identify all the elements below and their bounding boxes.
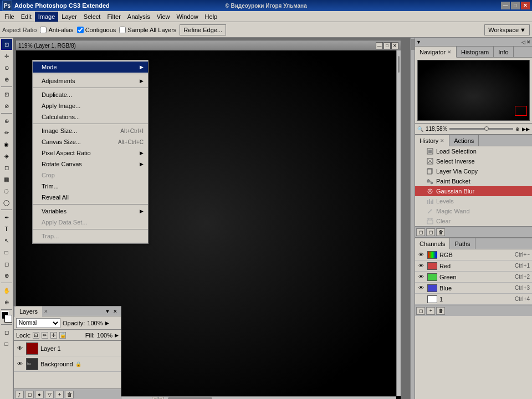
tool-quick-mask[interactable]: ◻ [1, 326, 12, 337]
tool-stamp[interactable]: ◉ [1, 139, 12, 150]
channels-new-btn[interactable]: ＋ [426, 307, 435, 315]
tool-lasso[interactable]: ⊙ [1, 62, 12, 73]
tool-dodge[interactable]: ◯ [1, 197, 12, 208]
lock-transparent-btn[interactable]: ⊡ [33, 332, 39, 339]
menu-view[interactable]: View [154, 12, 173, 22]
layers-panel-menu-btn[interactable]: ▼ [104, 308, 111, 315]
menu-item-rotate-canvas[interactable]: Rotate Canvas ▶ [33, 158, 148, 170]
tool-crop[interactable]: ⊡ [1, 89, 12, 100]
tool-screen-mode[interactable]: □ [1, 338, 12, 349]
panel-close-icon[interactable]: ✕ [526, 39, 531, 45]
panel-menu-arrow[interactable]: ▼ [416, 39, 421, 45]
blend-mode-select[interactable]: Normal Multiply Screen [16, 318, 60, 328]
menu-select[interactable]: Select [80, 12, 104, 22]
menu-item-pixel-aspect[interactable]: Pixel Aspect Ratio ▶ [33, 147, 148, 158]
delete-layer-btn[interactable]: 🗑 [65, 391, 74, 398]
zoom-slider[interactable] [449, 128, 513, 130]
menu-item-trim[interactable]: Trim... [33, 181, 148, 192]
tool-marquee[interactable]: ⊡ [1, 39, 12, 50]
layer-item-background[interactable]: 👁 bg Background 🔒 [14, 356, 121, 372]
channel-blue[interactable]: 👁 Blue Ctrl+3 [415, 283, 532, 294]
tab-channels[interactable]: Channels [415, 238, 450, 249]
background-color[interactable] [4, 315, 12, 323]
menu-item-variables[interactable]: Variables ▶ [33, 206, 148, 217]
green-eye[interactable]: 👁 [417, 274, 425, 280]
menu-analysis[interactable]: Analysis [124, 12, 154, 22]
menu-item-duplicate[interactable]: Duplicate... [33, 89, 148, 100]
history-item-paint-bucket[interactable]: Paint Bucket [415, 176, 532, 186]
lock-position-btn[interactable]: ✛ [50, 332, 57, 339]
tool-note[interactable]: ◻ [1, 258, 12, 269]
tool-hand[interactable]: ✋ [1, 285, 12, 296]
tool-history-brush[interactable]: ◈ [1, 150, 12, 161]
tool-pen[interactable]: ✒ [1, 212, 12, 223]
layer-item-layer1[interactable]: 👁 Layer 1 [14, 341, 121, 356]
history-item-select-inverse[interactable]: Select Inverse [415, 156, 532, 166]
refine-edge-button[interactable]: Refine Edge... [180, 24, 226, 35]
tool-eyedropper[interactable]: ⊕ [1, 270, 12, 281]
channels-delete-btn[interactable]: 🗑 [436, 307, 445, 315]
opacity-expand[interactable]: ▶ [105, 320, 109, 326]
workspace-button[interactable]: Workspace ▼ [484, 24, 530, 35]
new-fill-btn[interactable]: ● [35, 391, 44, 398]
tool-heal[interactable]: ⊕ [1, 115, 12, 126]
zoom-expand-icon[interactable]: ▶▶ [522, 126, 530, 132]
menu-item-canvas-size[interactable]: Canvas Size... Alt+Ctrl+C [33, 136, 148, 147]
tool-magic-wand[interactable]: ⊕ [1, 74, 12, 85]
channel-green[interactable]: 👁 Green Ctrl+2 [415, 272, 532, 283]
menu-edit[interactable]: Edit [18, 12, 35, 22]
zoom-out-icon[interactable]: 🔍 [417, 126, 423, 132]
menu-help[interactable]: Help [202, 12, 221, 22]
channel-rgb[interactable]: 👁 RGB Ctrl+~ [415, 249, 532, 260]
tab-navigator[interactable]: Navigator ✕ [415, 47, 457, 58]
tab-paths[interactable]: Paths [450, 238, 475, 249]
add-mask-btn[interactable]: ◻ [25, 391, 34, 398]
close-button[interactable]: ✕ [521, 2, 530, 9]
lock-image-btn[interactable]: ✏ [42, 332, 48, 339]
sample-all-layers-checkbox[interactable] [119, 27, 126, 33]
tool-shape[interactable]: □ [1, 247, 12, 258]
tool-eraser[interactable]: ◻ [1, 162, 12, 173]
contiguous-checkbox[interactable] [77, 27, 84, 33]
tool-gradient[interactable]: ▦ [1, 173, 12, 185]
layers-tab-layers[interactable]: Layers [15, 306, 42, 316]
zoom-in-icon[interactable]: ⊕ [515, 126, 520, 132]
tool-text[interactable]: T [1, 223, 12, 234]
menu-item-apply-image[interactable]: Apply Image... [33, 100, 148, 111]
navigator-tab-close[interactable]: ✕ [447, 49, 452, 55]
canvas-vertical-scrollbar[interactable] [396, 50, 401, 396]
menu-item-calculations[interactable]: Calculations... [33, 111, 148, 122]
maximize-button[interactable]: □ [511, 2, 520, 9]
menu-item-image-size[interactable]: Image Size... Alt+Ctrl+I [33, 125, 148, 136]
scroll-right-arrow[interactable]: ▷ [158, 397, 164, 399]
tool-select-path[interactable]: ↖ [1, 235, 12, 246]
tool-blur[interactable]: ◌ [1, 185, 12, 196]
menu-item-mode[interactable]: Mode ▶ [33, 62, 148, 73]
scroll-left-arrow[interactable]: ◁ [152, 397, 157, 399]
history-delete-btn[interactable]: 🗑 [436, 228, 445, 236]
channels-mask-btn[interactable]: ◻ [416, 307, 425, 315]
channel-alpha1[interactable]: 👁 1 Ctrl+4 [415, 294, 532, 305]
tool-brush[interactable]: ✏ [1, 127, 12, 138]
menu-image[interactable]: Image [35, 12, 59, 22]
color-swatches[interactable] [1, 311, 12, 323]
history-item-gaussian-blur[interactable]: Gaussian Blur [415, 186, 532, 196]
history-tab-close[interactable]: ✕ [440, 138, 444, 144]
lock-all-btn[interactable]: 🔒 [59, 332, 66, 339]
tab-history[interactable]: History ✕ [415, 135, 449, 146]
new-layer-btn[interactable]: ＋ [55, 391, 64, 398]
menu-filter[interactable]: Filter [104, 12, 124, 22]
canvas-maximize-button[interactable]: □ [383, 42, 391, 49]
fill-expand[interactable]: ▶ [115, 332, 119, 338]
tool-slice[interactable]: ⊘ [1, 100, 12, 111]
history-item-clear[interactable]: Clear [415, 216, 532, 226]
menu-item-reveal-all[interactable]: Reveal All [33, 192, 148, 203]
history-item-load-selection[interactable]: Load Selection [415, 146, 532, 156]
history-item-layer-via-copy[interactable]: Layer Via Copy [415, 166, 532, 176]
layer1-visibility[interactable]: 👁 [16, 345, 24, 351]
alpha1-eye[interactable]: 👁 [417, 296, 425, 302]
panel-expand-icon[interactable]: ◁ [521, 39, 525, 45]
history-item-levels[interactable]: Levels [415, 196, 532, 206]
rgb-eye[interactable]: 👁 [417, 252, 425, 258]
minimize-button[interactable]: — [501, 2, 510, 9]
